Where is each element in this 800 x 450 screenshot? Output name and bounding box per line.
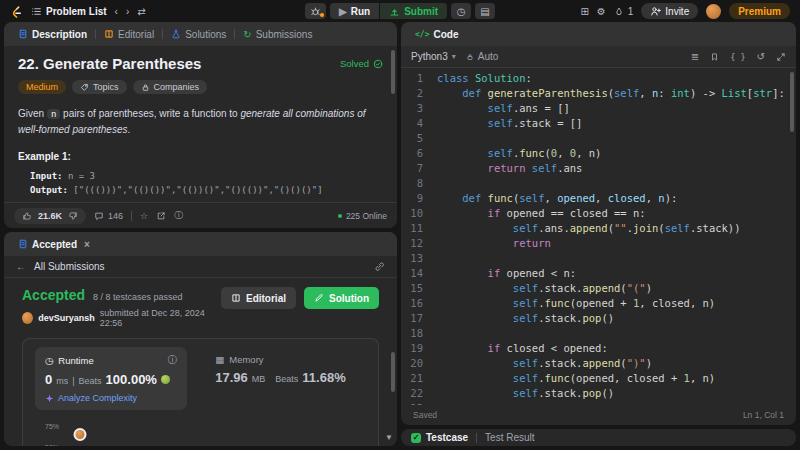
settings-button[interactable]: ⚙ — [597, 6, 606, 17]
runtime-bar-slot[interactable] — [151, 427, 165, 446]
invite-button[interactable]: Invite — [641, 3, 698, 19]
tab-testcase[interactable]: ✓ Testcase — [411, 432, 468, 443]
thumbs-up-icon[interactable] — [22, 211, 32, 221]
scrollbar-thumb[interactable] — [391, 50, 395, 94]
auto-toggle[interactable]: Auto — [466, 51, 499, 62]
code-line[interactable]: 1class Solution: — [401, 71, 796, 86]
solved-check-icon — [373, 59, 383, 69]
feedback-button[interactable]: ⓘ — [174, 209, 183, 222]
problem-list-button[interactable]: Problem List — [31, 6, 107, 17]
difficulty-badge[interactable]: Medium — [18, 80, 66, 94]
companies-chip[interactable]: Companies — [133, 80, 208, 94]
tab-code[interactable]: </> Code — [409, 22, 464, 46]
runtime-bar-slot[interactable] — [334, 427, 348, 446]
bookmark-icon[interactable] — [710, 52, 719, 62]
scrollbar-thumb[interactable] — [790, 72, 794, 132]
code-line[interactable]: 13 — [401, 251, 796, 266]
favorite-button[interactable]: ☆ — [140, 211, 148, 221]
editorial-button[interactable]: Editorial — [221, 287, 296, 309]
all-submissions-back[interactable]: ← All Submissions — [16, 261, 105, 272]
runtime-stat[interactable]: ◷ Runtime ⓘ 0 ms | Beats 100.00% — [35, 347, 187, 410]
submit-button[interactable]: Submit — [380, 3, 447, 19]
tab-accepted[interactable]: Accepted × — [12, 232, 96, 256]
tab-description[interactable]: Description — [12, 22, 93, 46]
runtime-bar-slot[interactable] — [125, 427, 139, 446]
notes-button[interactable]: ▤ — [475, 3, 495, 19]
scroll-down-indicator[interactable]: ▼ — [385, 433, 393, 442]
runtime-bar-slot[interactable] — [99, 427, 113, 446]
submission-subbar: ← All Submissions — [4, 256, 397, 278]
code-line[interactable]: 7 return self.ans — [401, 161, 796, 176]
code-line[interactable]: 6 self.func(0, 0, n) — [401, 146, 796, 161]
expand-icon[interactable] — [776, 52, 786, 62]
code-line[interactable]: 5 — [401, 131, 796, 146]
copy-link-icon[interactable] — [374, 261, 385, 272]
code-editor[interactable]: 1class Solution:2 def generateParenthesi… — [401, 68, 796, 405]
debug-button[interactable] — [305, 3, 326, 19]
tab-editorial[interactable]: Editorial — [98, 22, 160, 46]
run-button[interactable]: ▶ Run — [330, 3, 379, 19]
code-line[interactable]: 12 return — [401, 236, 796, 251]
share-button[interactable] — [156, 211, 166, 221]
runtime-bar-slot[interactable] — [73, 427, 87, 446]
format-icon[interactable]: ≣ — [691, 51, 699, 62]
code-line[interactable]: 8 — [401, 176, 796, 191]
code-token — [437, 386, 513, 401]
language-selector[interactable]: Python3 ▾ — [411, 51, 456, 62]
runtime-bar-slot[interactable] — [308, 427, 322, 446]
likes-count: 21.6K — [38, 211, 62, 221]
tab-submissions[interactable]: ↻ Submissions — [237, 22, 318, 46]
braces-icon[interactable]: { } — [730, 52, 745, 62]
next-problem-button[interactable]: › — [126, 6, 129, 17]
close-icon[interactable]: × — [84, 239, 90, 250]
code-line[interactable]: 3 self.ans = [] — [401, 101, 796, 116]
tab-solutions[interactable]: Solutions — [165, 22, 232, 46]
info-icon[interactable]: ⓘ — [168, 354, 178, 367]
topics-chip[interactable]: Topics — [72, 80, 127, 94]
code-line[interactable]: 9 def func(self, opened, closed, n): — [401, 191, 796, 206]
code-line[interactable]: 22 self.stack.pop() — [401, 386, 796, 401]
solution-button[interactable]: Solution — [304, 287, 379, 309]
code-icon: </> — [415, 30, 429, 39]
runtime-bar-slot[interactable] — [282, 427, 296, 446]
cursor-position: Ln 1, Col 1 — [743, 410, 784, 420]
prev-problem-button[interactable]: ‹ — [115, 6, 118, 17]
streak-button[interactable]: 1 — [614, 6, 634, 17]
code-line[interactable]: 23 — [401, 401, 796, 405]
runtime-bar-slot[interactable] — [177, 427, 191, 446]
thumbs-down-icon[interactable] — [68, 211, 78, 221]
document-icon — [18, 29, 28, 39]
code-line[interactable]: 15 self.stack.append("(") — [401, 281, 796, 296]
submitter-name[interactable]: devSuryansh — [38, 313, 95, 323]
scrollbar-thumb[interactable] — [391, 352, 395, 392]
code-line[interactable]: 21 self.func(opened, closed + 1, n) — [401, 371, 796, 386]
runtime-bar-slot[interactable] — [230, 427, 244, 446]
code-line[interactable]: 19 if closed < opened: — [401, 341, 796, 356]
code-line[interactable]: 10 if opened == closed == n: — [401, 206, 796, 221]
code-token: append — [570, 221, 608, 236]
code-line[interactable]: 18 — [401, 326, 796, 341]
random-problem-button[interactable]: ⇄ — [137, 6, 145, 17]
code-line[interactable]: 17 self.stack.pop() — [401, 311, 796, 326]
code-line[interactable]: 4 self.stack = [] — [401, 116, 796, 131]
code-line[interactable]: 16 self.func(opened + 1, closed, n) — [401, 296, 796, 311]
premium-button[interactable]: Premium — [729, 3, 790, 19]
runtime-bar-slot[interactable] — [256, 427, 270, 446]
tab-test-result[interactable]: Test Result — [485, 432, 534, 443]
code-line[interactable]: 2 def generateParenthesis(self, n: int) … — [401, 86, 796, 101]
layout-button[interactable]: ⊞ — [580, 6, 588, 17]
reset-icon[interactable]: ↺ — [757, 51, 765, 62]
leetcode-logo-icon[interactable] — [10, 4, 23, 19]
runtime-bar-slot[interactable] — [203, 427, 217, 446]
vote-widget[interactable]: 21.6K — [14, 208, 86, 224]
code-line[interactable]: 14 if opened < n: — [401, 266, 796, 281]
code-token — [437, 356, 513, 371]
timer-button[interactable]: ◷ — [451, 3, 471, 19]
user-avatar[interactable] — [706, 4, 721, 19]
tag-icon — [80, 83, 89, 92]
code-line[interactable]: 20 self.stack.append(")") — [401, 356, 796, 371]
comments-button[interactable]: 146 — [94, 211, 123, 221]
memory-stat[interactable]: ▦ Memory 17.96 MB Beats 11.68% — [205, 347, 357, 410]
code-line[interactable]: 11 self.ans.append("".join(self.stack)) — [401, 221, 796, 236]
analyze-complexity-link[interactable]: Analyze Complexity — [45, 393, 177, 403]
